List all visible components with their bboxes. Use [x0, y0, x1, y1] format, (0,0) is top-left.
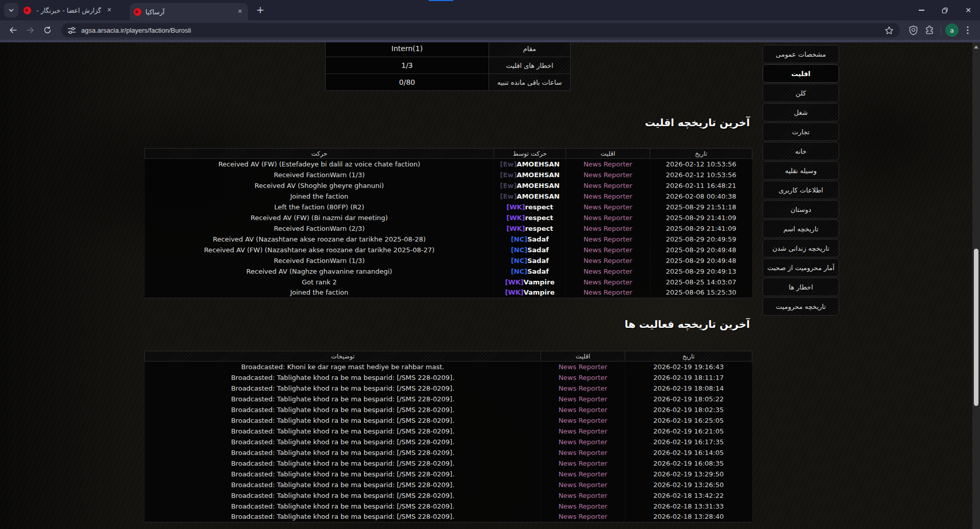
- history-date: 2026-02-08 00:40:38: [650, 191, 752, 202]
- faction-link[interactable]: News Reporter: [558, 481, 607, 489]
- reload-button[interactable]: [40, 22, 55, 38]
- sidebar-item[interactable]: تاریخچه اسم: [763, 220, 839, 238]
- url-text[interactable]: agsa.arsacia.ir/players/faction/Burosli: [81, 27, 879, 34]
- sidebar-item-label: تجارت: [792, 128, 810, 136]
- faction-link[interactable]: News Reporter: [558, 438, 607, 446]
- faction-link[interactable]: News Reporter: [558, 384, 607, 392]
- sidebar-item[interactable]: دوستان: [763, 200, 839, 219]
- sidebar-item[interactable]: اخطار ها: [763, 278, 839, 296]
- activity-history-row: 2026-02-19 16:14:05 News Reporter Broadc…: [145, 447, 752, 458]
- history-by: [NC]Sadaf: [494, 266, 566, 277]
- player-name: AMOEHSAN: [517, 182, 559, 189]
- player-tag: [NC]: [511, 268, 527, 275]
- scrollbar-thumb[interactable]: [974, 249, 978, 406]
- player-name: respect: [525, 214, 553, 222]
- player-name: Sadaf: [527, 235, 549, 243]
- sidebar-item[interactable]: مشخصات عمومی: [763, 45, 839, 63]
- sidebar-item[interactable]: اطلاعات کاربری: [763, 181, 839, 199]
- faction-link[interactable]: News Reporter: [558, 417, 607, 424]
- activity-faction: News Reporter: [541, 404, 625, 415]
- history-faction: News Reporter: [566, 266, 650, 277]
- new-tab-button[interactable]: +: [253, 3, 267, 17]
- player-tag: [NC]: [511, 257, 527, 264]
- forward-button[interactable]: [22, 22, 38, 38]
- history-date: 2026-02-12 10:53:56: [650, 159, 752, 170]
- scrollbar-up-arrow[interactable]: [972, 44, 980, 50]
- faction-link[interactable]: News Reporter: [583, 182, 632, 189]
- activity-faction: News Reporter: [541, 383, 625, 394]
- faction-link[interactable]: News Reporter: [583, 268, 632, 275]
- tab-forum-report[interactable]: گزارش اعضا - خبرنگار - انجمن آرسا ✕: [19, 0, 117, 20]
- adblock-shield-icon[interactable]: [906, 23, 920, 37]
- stat-value: 1/3: [326, 57, 489, 74]
- column-header-action: حرکت: [145, 149, 494, 159]
- activity-description: Broadcasted: Tablighate khod ra be ma be…: [145, 458, 541, 469]
- browser-menu-button[interactable]: [961, 23, 975, 37]
- column-header-by: حرکت توسط: [494, 149, 566, 159]
- sidebar-item[interactable]: آمار محرومیت از صحبت: [763, 258, 839, 277]
- address-bar[interactable]: agsa.arsacia.ir/players/faction/Burosli: [61, 23, 900, 37]
- history-date: 2026-02-11 16:48:21: [650, 180, 752, 191]
- faction-link[interactable]: News Reporter: [558, 460, 607, 467]
- faction-link[interactable]: News Reporter: [583, 278, 632, 286]
- faction-link[interactable]: News Reporter: [558, 449, 607, 456]
- activity-date: 2026-02-19 18:08:14: [625, 383, 752, 394]
- sidebar-item[interactable]: تجارت: [763, 123, 839, 141]
- extensions-puzzle-icon[interactable]: [922, 23, 937, 37]
- history-action: Joined the faction: [145, 191, 494, 202]
- bookmark-star-icon[interactable]: [885, 26, 894, 35]
- sidebar-item[interactable]: شغل: [763, 103, 839, 122]
- faction-link[interactable]: News Reporter: [583, 257, 632, 264]
- sidebar-item[interactable]: تاریخچه زندانی شدن: [763, 239, 839, 257]
- close-tab-icon[interactable]: ✕: [236, 8, 244, 16]
- history-action: Received AV (FW) (Estefadeye bi dalil az…: [145, 159, 494, 170]
- profile-avatar[interactable]: a: [945, 23, 959, 37]
- history-by: [WK]respect: [494, 212, 566, 223]
- faction-link[interactable]: News Reporter: [558, 492, 607, 499]
- sidebar-item[interactable]: تاریخچه محرومیت: [763, 297, 839, 316]
- player-name: Sadaf: [527, 257, 549, 264]
- activity-faction: News Reporter: [541, 437, 625, 447]
- faction-link[interactable]: News Reporter: [583, 235, 632, 243]
- page-scrollbar[interactable]: [972, 42, 980, 529]
- faction-link[interactable]: News Reporter: [558, 395, 607, 403]
- faction-link[interactable]: News Reporter: [558, 513, 607, 520]
- faction-link[interactable]: News Reporter: [558, 502, 607, 510]
- close-window-button[interactable]: ✕: [957, 0, 980, 20]
- restore-button[interactable]: [933, 0, 957, 20]
- faction-link[interactable]: News Reporter: [583, 171, 632, 179]
- faction-link[interactable]: News Reporter: [583, 160, 632, 168]
- faction-link[interactable]: News Reporter: [558, 406, 607, 414]
- site-settings-icon[interactable]: [67, 27, 76, 34]
- tab-arsacia[interactable]: آرساکیا ✕: [130, 3, 248, 20]
- sidebar-item-label: تاریخچه زندانی شدن: [772, 245, 829, 252]
- history-action: Received FactionWarn (1/3): [145, 255, 494, 266]
- sidebar-item[interactable]: اقلیت: [763, 64, 839, 83]
- faction-link[interactable]: News Reporter: [558, 363, 607, 371]
- stat-value: 0/80: [326, 74, 489, 91]
- history-by: [NC]Sadaf: [494, 245, 566, 255]
- faction-link[interactable]: News Reporter: [583, 288, 632, 296]
- close-tab-icon[interactable]: ✕: [105, 6, 113, 14]
- activity-faction: News Reporter: [541, 415, 625, 426]
- sidebar-item[interactable]: کلن: [763, 84, 839, 102]
- minimize-button[interactable]: [910, 0, 933, 20]
- faction-link[interactable]: News Reporter: [583, 214, 632, 222]
- browser-window: گزارش اعضا - خبرنگار - انجمن آرسا ✕ آرسا…: [0, 0, 980, 529]
- faction-link[interactable]: News Reporter: [583, 203, 632, 211]
- faction-link[interactable]: News Reporter: [558, 374, 607, 381]
- activity-history-row: 2026-02-19 13:29:50 News Reporter Broadc…: [145, 469, 752, 479]
- activity-history-row: 2026-02-19 16:25:05 News Reporter Broadc…: [145, 415, 752, 426]
- faction-history-title: آخرین تاریخچه اقلیت: [144, 116, 752, 129]
- faction-link[interactable]: News Reporter: [583, 193, 632, 200]
- sidebar-item[interactable]: خانه: [763, 142, 839, 160]
- history-action: Received FactionWarn (1/3): [145, 170, 494, 180]
- back-button[interactable]: [5, 22, 20, 38]
- faction-link[interactable]: News Reporter: [583, 225, 632, 232]
- faction-link[interactable]: News Reporter: [583, 246, 632, 254]
- sidebar-item[interactable]: وسیله نقلیه: [763, 161, 839, 180]
- faction-link[interactable]: News Reporter: [558, 427, 607, 435]
- tab-search-button[interactable]: [4, 3, 18, 17]
- faction-history-row: 2026-02-12 10:53:56 News Reporter [Ew]AM…: [145, 170, 752, 180]
- faction-link[interactable]: News Reporter: [558, 470, 607, 478]
